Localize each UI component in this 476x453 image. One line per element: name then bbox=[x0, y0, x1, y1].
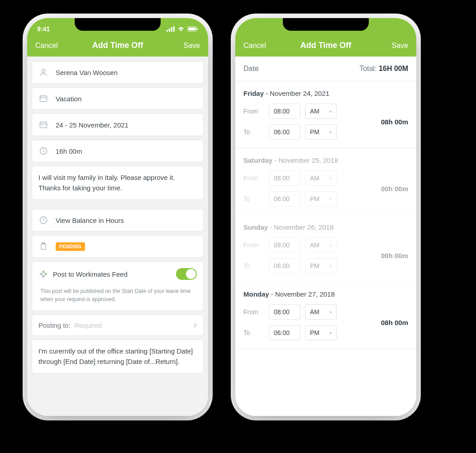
from-time-input[interactable]: 08:00 bbox=[269, 237, 300, 253]
day-total: 00h 00m bbox=[381, 185, 408, 193]
chevron-down-icon: ▾ bbox=[329, 176, 332, 181]
summary-row: Date Total: 16H 00M bbox=[235, 57, 416, 81]
calendar-icon bbox=[38, 120, 48, 129]
svg-rect-1 bbox=[169, 28, 170, 32]
feed-toggle[interactable] bbox=[176, 268, 197, 280]
clock-icon bbox=[38, 146, 48, 156]
cancel-button[interactable]: Cancel bbox=[243, 42, 269, 50]
from-ampm-select[interactable]: AM▾ bbox=[305, 304, 337, 320]
svg-rect-2 bbox=[171, 27, 172, 32]
chevron-down-icon: ▾ bbox=[329, 243, 332, 248]
day-title: Saturday - November 25, 2018 bbox=[243, 156, 408, 164]
to-ampm-select[interactable]: PM▾ bbox=[305, 191, 337, 207]
posting-label: Posting to: bbox=[38, 321, 71, 329]
day-title: Sunday - November 26, 2018 bbox=[243, 223, 408, 231]
posting-to-row[interactable]: Posting to: Required bbox=[32, 315, 204, 336]
nav-bar: Cancel Add Time Off Save bbox=[235, 34, 416, 57]
total-summary: Total: 16H 00M bbox=[359, 65, 408, 73]
phone-notch bbox=[75, 18, 161, 31]
workmates-icon bbox=[38, 269, 48, 278]
battery-icon bbox=[187, 26, 198, 32]
svg-rect-0 bbox=[167, 30, 168, 32]
type-row[interactable]: Vacation bbox=[32, 87, 204, 110]
to-label: To bbox=[243, 128, 264, 136]
posting-value: Required bbox=[74, 321, 102, 329]
chevron-down-icon: ▾ bbox=[329, 310, 332, 315]
status-icons bbox=[167, 26, 198, 32]
svg-rect-8 bbox=[40, 96, 47, 102]
wifi-icon bbox=[177, 26, 185, 32]
to-ampm-select[interactable]: PM▾ bbox=[305, 258, 337, 274]
feed-row: Post to Workmates Feed This post will be… bbox=[32, 261, 204, 311]
to-label: To bbox=[243, 262, 264, 269]
chevron-down-icon: ▾ bbox=[329, 197, 332, 202]
message-field[interactable]: I'm curerntly out of the office starting… bbox=[32, 340, 204, 373]
day-block: Sunday - November 26, 2018 From 08:00 AM… bbox=[235, 215, 416, 282]
svg-rect-9 bbox=[40, 122, 47, 128]
page-title: Add Time Off bbox=[61, 41, 175, 50]
from-time-input[interactable]: 08:00 bbox=[269, 170, 300, 186]
vacation-icon bbox=[38, 94, 48, 103]
from-time-input[interactable]: 08:00 bbox=[269, 304, 300, 320]
to-ampm-select[interactable]: PM▾ bbox=[305, 124, 337, 140]
phone-notch bbox=[283, 18, 369, 31]
clipboard-icon bbox=[38, 242, 48, 251]
chevron-right-icon bbox=[193, 321, 197, 329]
balance-label: View Balance in Hours bbox=[56, 217, 124, 224]
phone-schedule: . Cancel Add Time Off Save Date Total: 1… bbox=[235, 18, 416, 416]
day-total: 08h 00m bbox=[381, 319, 408, 326]
svg-point-7 bbox=[42, 69, 45, 72]
from-label: From bbox=[243, 308, 264, 316]
cancel-button[interactable]: Cancel bbox=[35, 42, 61, 50]
svg-rect-6 bbox=[197, 28, 198, 30]
note-field[interactable]: I will visit my family in Italy. Please … bbox=[32, 166, 204, 200]
save-button[interactable]: Save bbox=[383, 42, 408, 50]
status-row: PENDING bbox=[32, 235, 204, 258]
svg-rect-3 bbox=[173, 26, 175, 32]
to-ampm-select[interactable]: PM▾ bbox=[305, 325, 337, 340]
feed-label: Post to Workmates Feed bbox=[53, 270, 128, 278]
user-value: Serena Van Woosen bbox=[56, 69, 118, 76]
duration-value: 16h 00m bbox=[56, 147, 82, 155]
user-icon bbox=[38, 68, 48, 77]
user-row[interactable]: Serena Van Woosen bbox=[32, 61, 204, 84]
svg-rect-5 bbox=[188, 28, 195, 30]
chevron-down-icon: ▾ bbox=[329, 109, 332, 114]
from-time-input[interactable]: 08:00 bbox=[269, 104, 300, 119]
from-label: From bbox=[243, 108, 264, 115]
day-title: Friday - November 24, 2021 bbox=[243, 90, 408, 97]
type-value: Vacation bbox=[56, 95, 81, 103]
dates-value: 24 - 25 November, 2021 bbox=[56, 121, 129, 129]
balance-row[interactable]: View Balance in Hours bbox=[32, 209, 204, 231]
chevron-down-icon: ▾ bbox=[329, 130, 332, 135]
from-ampm-select[interactable]: AM▾ bbox=[305, 170, 337, 186]
signal-icon bbox=[167, 26, 175, 32]
to-label: To bbox=[243, 329, 264, 336]
form-content: Serena Van Woosen Vacation 24 - 25 Novem… bbox=[27, 57, 208, 416]
to-time-input[interactable]: 06:00 bbox=[269, 258, 300, 274]
status-time: 9:41 bbox=[37, 25, 50, 33]
date-label: Date bbox=[243, 65, 259, 73]
chevron-down-icon: ▾ bbox=[329, 330, 332, 335]
day-title: Monday - November 27, 2018 bbox=[243, 290, 408, 298]
day-total: 00h 00m bbox=[381, 252, 408, 260]
schedule-content: Date Total: 16H 00M Friday - November 24… bbox=[235, 57, 416, 416]
clock-icon bbox=[38, 216, 48, 225]
page-title: Add Time Off bbox=[269, 41, 383, 50]
from-ampm-select[interactable]: AM▾ bbox=[305, 237, 337, 253]
from-ampm-select[interactable]: AM▾ bbox=[305, 104, 337, 119]
day-block: Monday - November 27, 2018 From 08:00 AM… bbox=[235, 282, 416, 349]
from-label: From bbox=[243, 241, 264, 249]
nav-bar: Cancel Add Time Off Save bbox=[27, 34, 208, 57]
phone-form: 9:41 Cancel Add Time Off Save Serena Van… bbox=[27, 18, 208, 416]
status-badge: PENDING bbox=[56, 242, 85, 251]
to-time-input[interactable]: 06:00 bbox=[269, 191, 300, 207]
to-time-input[interactable]: 06:00 bbox=[269, 325, 300, 340]
dates-row[interactable]: 24 - 25 November, 2021 bbox=[32, 113, 204, 136]
chevron-down-icon: ▾ bbox=[329, 264, 332, 269]
day-block: Saturday - November 25, 2018 From 08:00 … bbox=[235, 148, 416, 215]
day-block: Friday - November 24, 2021 From 08:00 AM… bbox=[235, 81, 416, 148]
to-time-input[interactable]: 06:00 bbox=[269, 124, 300, 140]
duration-row[interactable]: 16h 00m bbox=[32, 140, 204, 162]
save-button[interactable]: Save bbox=[175, 42, 200, 50]
